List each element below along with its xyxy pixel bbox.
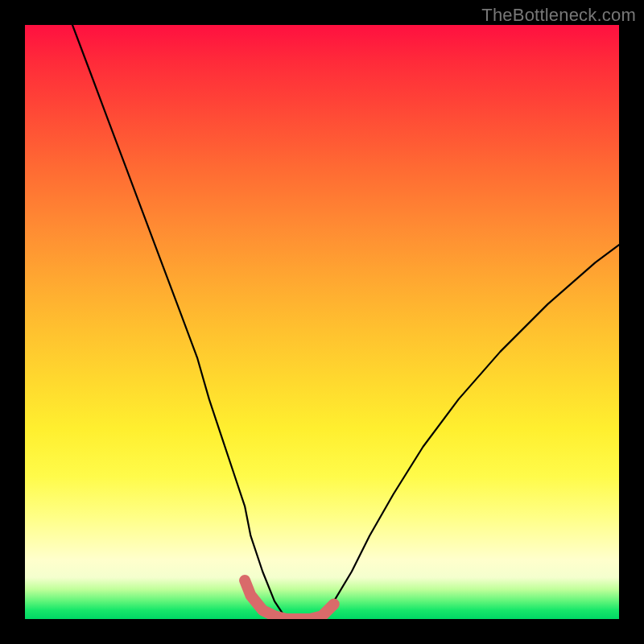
chart-frame: TheBottleneck.com [0,0,644,644]
watermark-text: TheBottleneck.com [481,5,636,26]
bottleneck-curve [72,25,619,619]
plot-area [25,25,619,619]
valley-highlight [245,580,334,619]
curve-layer [25,25,619,619]
